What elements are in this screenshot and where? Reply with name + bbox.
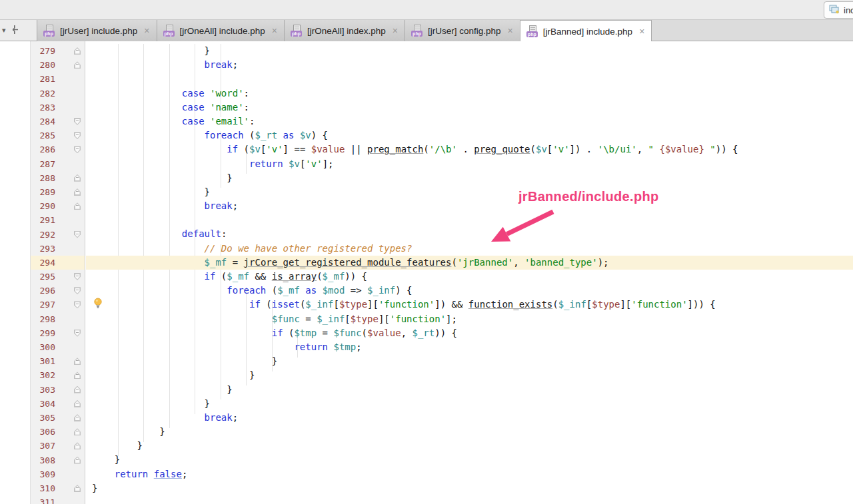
line-number[interactable]: 280 xyxy=(31,60,55,70)
line-number[interactable]: 303 xyxy=(31,385,55,395)
gutter-row[interactable]: 296 xyxy=(31,284,85,298)
line-number[interactable]: 311 xyxy=(31,497,55,504)
fold-marker-icon[interactable] xyxy=(74,273,81,280)
file-switcher-popup[interactable]: include.php xyxy=(824,1,853,19)
line-number[interactable]: 308 xyxy=(31,455,55,465)
line-number[interactable]: 295 xyxy=(31,272,55,282)
gutter-row[interactable]: 282 xyxy=(31,87,85,101)
line-number[interactable]: 297 xyxy=(31,300,55,310)
tab[interactable]: php[jrUser] config.php× xyxy=(405,20,520,41)
line-number[interactable]: 294 xyxy=(31,258,55,268)
gutter-row[interactable]: 289 xyxy=(31,185,85,199)
fold-marker-icon[interactable] xyxy=(74,301,81,308)
close-icon[interactable]: × xyxy=(393,25,398,36)
gutter-row[interactable]: 288 xyxy=(31,171,85,185)
fold-marker-icon[interactable] xyxy=(74,442,81,449)
line-number[interactable]: 279 xyxy=(31,46,55,56)
fold-marker-icon[interactable] xyxy=(74,174,81,182)
line-number[interactable]: 287 xyxy=(31,159,55,169)
code-line[interactable]: foreach ($_rt as $v) { xyxy=(86,128,853,142)
line-number[interactable]: 281 xyxy=(31,74,55,84)
line-number[interactable]: 306 xyxy=(31,427,55,437)
line-number[interactable]: 304 xyxy=(31,399,55,409)
code-line[interactable]: return $v['v']; xyxy=(86,157,853,171)
gutter-row[interactable]: 308 xyxy=(31,453,85,467)
intention-bulb-icon[interactable] xyxy=(93,298,103,309)
code-line[interactable]: if ($_mf && is_array($_mf)) { xyxy=(86,270,853,284)
gutter-row[interactable]: 292 xyxy=(31,227,85,241)
line-number[interactable]: 296 xyxy=(31,286,55,296)
gutter-row[interactable]: 310 xyxy=(31,481,85,495)
gutter-row[interactable]: 283 xyxy=(31,101,85,115)
gutter-row[interactable]: 303 xyxy=(31,383,85,397)
gutter-row[interactable]: 286 xyxy=(31,142,85,156)
line-number[interactable]: 301 xyxy=(31,356,55,366)
gutter-row[interactable]: 302 xyxy=(31,368,85,382)
gutter-row[interactable]: 307 xyxy=(31,439,85,453)
code-line[interactable]: break; xyxy=(86,58,853,72)
close-icon[interactable]: × xyxy=(144,25,149,36)
code-line[interactable]: } xyxy=(86,397,853,411)
code-line[interactable] xyxy=(86,495,853,504)
fold-marker-icon[interactable] xyxy=(74,132,81,139)
line-number[interactable]: 285 xyxy=(31,130,55,140)
gutter-row[interactable]: 309 xyxy=(31,467,85,481)
fold-marker-icon[interactable] xyxy=(74,146,81,153)
gutter-row[interactable]: 298 xyxy=(31,312,85,326)
line-number[interactable]: 288 xyxy=(31,173,55,183)
gutter-row[interactable]: 301 xyxy=(31,354,85,368)
tab[interactable]: php[jrBanned] include.php× xyxy=(520,20,652,42)
chevron-down-icon[interactable]: ▾ xyxy=(2,27,6,34)
line-number[interactable]: 286 xyxy=(31,144,55,154)
fold-marker-icon[interactable] xyxy=(74,414,81,421)
code-line[interactable]: case 'name': xyxy=(86,101,853,115)
code-line[interactable]: } xyxy=(86,481,853,495)
close-icon[interactable]: × xyxy=(272,25,277,36)
fold-marker-icon[interactable] xyxy=(74,287,81,294)
gutter-row[interactable]: 311 xyxy=(31,495,85,504)
close-icon[interactable]: × xyxy=(508,25,513,36)
gutter-row[interactable]: 297 xyxy=(31,298,85,312)
line-number[interactable]: 282 xyxy=(31,89,55,99)
gutter-row[interactable]: 290 xyxy=(31,199,85,213)
code-line[interactable]: return false; xyxy=(86,467,853,481)
gutter-row[interactable]: 299 xyxy=(31,326,85,340)
fold-marker-icon[interactable] xyxy=(74,400,81,407)
code-line[interactable] xyxy=(86,72,853,86)
gutter-row[interactable]: 294 xyxy=(31,256,85,270)
line-number[interactable]: 293 xyxy=(31,244,55,254)
gutter-row[interactable]: 304 xyxy=(31,397,85,411)
code-line[interactable]: if (isset($_inf[$type]['function']) && f… xyxy=(86,298,853,312)
gutter-row[interactable]: 295 xyxy=(31,270,85,284)
code-line[interactable]: } xyxy=(86,439,853,453)
code-line[interactable]: if ($v['v'] == $value || preg_match('/\b… xyxy=(86,142,853,156)
editor-area[interactable]: 2792802812822832842852862872882892902912… xyxy=(0,41,853,504)
line-number[interactable]: 298 xyxy=(31,314,55,324)
fold-marker-icon[interactable] xyxy=(74,188,81,196)
code-line[interactable]: } xyxy=(86,354,853,368)
line-number[interactable]: 291 xyxy=(31,215,55,225)
fold-marker-icon[interactable] xyxy=(74,386,81,393)
code-line[interactable]: case 'email': xyxy=(86,115,853,128)
line-number[interactable]: 292 xyxy=(31,230,55,240)
line-number[interactable]: 307 xyxy=(31,441,55,451)
gutter-row[interactable]: 279 xyxy=(31,44,85,58)
fold-marker-icon[interactable] xyxy=(74,358,81,365)
fold-marker-icon[interactable] xyxy=(74,202,81,210)
code-line[interactable]: if ($tmp = $func($value, $_rt)) { xyxy=(86,326,853,340)
code-line[interactable]: } xyxy=(86,383,853,397)
gutter-row[interactable]: 291 xyxy=(31,213,85,227)
fold-marker-icon[interactable] xyxy=(74,330,81,337)
line-number[interactable]: 283 xyxy=(31,103,55,113)
code-line[interactable]: } xyxy=(86,425,853,439)
line-number[interactable]: 302 xyxy=(31,370,55,380)
close-icon[interactable]: × xyxy=(639,26,644,37)
tab[interactable]: php[jrOneAll] index.php× xyxy=(285,20,405,41)
code-line[interactable]: return $tmp; xyxy=(86,340,853,354)
line-number[interactable]: 305 xyxy=(31,413,55,423)
hide-tabs-icon[interactable] xyxy=(10,25,20,37)
gutter-row[interactable]: 284 xyxy=(31,115,85,128)
fold-marker-icon[interactable] xyxy=(74,457,81,464)
gutter-row[interactable]: 305 xyxy=(31,411,85,425)
code-line[interactable]: foreach ($_mf as $mod => $_inf) { xyxy=(86,284,853,298)
